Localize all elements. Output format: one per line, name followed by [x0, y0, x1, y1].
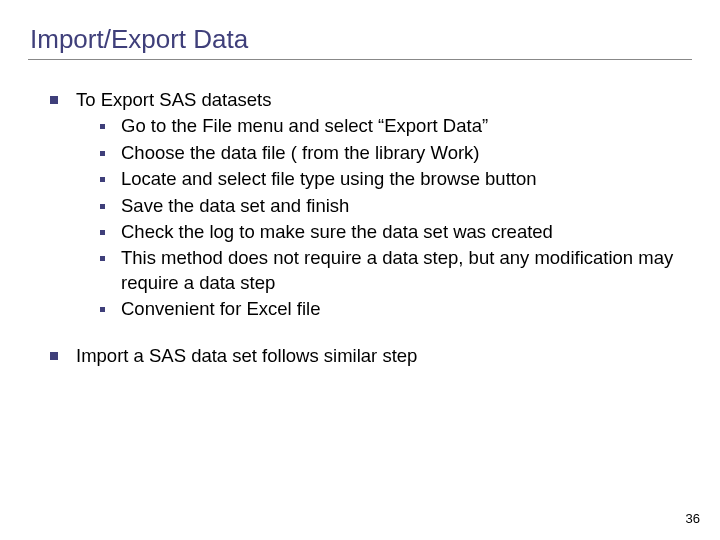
list-item: This method does not require a data step…	[100, 246, 692, 295]
list-text: Save the data set and finish	[121, 194, 692, 218]
list-heading: To Export SAS datasets	[76, 88, 692, 112]
list-text: Convenient for Excel file	[121, 297, 692, 321]
title-divider	[28, 59, 692, 60]
list-item: Save the data set and finish	[100, 194, 692, 218]
slide-body: To Export SAS datasets Go to the File me…	[28, 88, 692, 368]
square-bullet-icon	[50, 96, 58, 104]
list-item: Check the log to make sure the data set …	[100, 220, 692, 244]
list-text: Check the log to make sure the data set …	[121, 220, 692, 244]
slide-title: Import/Export Data	[30, 24, 692, 55]
square-bullet-icon	[100, 124, 105, 129]
list-text: Choose the data file ( from the library …	[121, 141, 692, 165]
list-text: Locate and select file type using the br…	[121, 167, 692, 191]
list-item: Convenient for Excel file	[100, 297, 692, 321]
list-item: Locate and select file type using the br…	[100, 167, 692, 191]
square-bullet-icon	[100, 204, 105, 209]
square-bullet-icon	[100, 151, 105, 156]
list-item: Import a SAS data set follows similar st…	[50, 344, 692, 368]
square-bullet-icon	[50, 352, 58, 360]
list-text: Go to the File menu and select “Export D…	[121, 114, 692, 138]
list-text: This method does not require a data step…	[121, 246, 692, 295]
square-bullet-icon	[100, 177, 105, 182]
square-bullet-icon	[100, 307, 105, 312]
list-item: To Export SAS datasets	[50, 88, 692, 112]
slide: Import/Export Data To Export SAS dataset…	[0, 0, 720, 540]
list-item: Choose the data file ( from the library …	[100, 141, 692, 165]
square-bullet-icon	[100, 256, 105, 261]
page-number: 36	[686, 511, 700, 526]
list-text: Import a SAS data set follows similar st…	[76, 344, 692, 368]
spacer	[28, 324, 692, 344]
list-item: Go to the File menu and select “Export D…	[100, 114, 692, 138]
square-bullet-icon	[100, 230, 105, 235]
